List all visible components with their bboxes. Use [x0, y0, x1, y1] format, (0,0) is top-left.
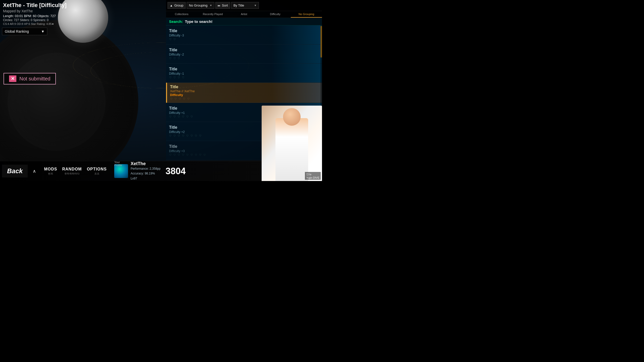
bpm-value: 60: [33, 14, 36, 18]
entry-title-minus3: Title: [169, 29, 319, 33]
song-stats-secondary: Circles: 727 Sliders: 0 Spinners: 0: [3, 18, 67, 22]
not-submitted-badge: ✕ Not submitted: [4, 73, 56, 84]
song-entry-difficulty-minus3[interactable]: Title Difficulty -3 ♡ ♡: [166, 25, 322, 44]
top-bar: ▲ Group No Grouping ▼ ⏭ Sort By Title ▼: [166, 0, 322, 11]
entry-hearts-minus2: ♡ ♡ ♡: [169, 57, 319, 60]
tab-bar: Collections Recently Played Artist Diffi…: [166, 11, 322, 18]
entry-diff-0: Difficulty: [170, 93, 319, 97]
tab-artist[interactable]: Artist: [228, 11, 260, 18]
song-entry-difficulty-minus2[interactable]: Title Difficulty -2 ♡ ♡ ♡: [166, 44, 322, 64]
tab-difficulty[interactable]: Difficulty: [260, 11, 291, 18]
not-submitted-text: Not submitted: [19, 76, 50, 82]
ranking-dropdown-container[interactable]: Global Ranking ▼: [2, 28, 47, 35]
profile-label: Your Profile: [114, 161, 128, 167]
entry-content-0: Title XetThe // XetThe Difficulty ♡ ♡ ♡ …: [167, 83, 322, 103]
sort-selected-value: By Title: [233, 4, 244, 7]
entry-diff-minus1: Difficulty -1: [169, 72, 319, 75]
ranking-chevron-icon: ▼: [41, 29, 45, 33]
girl-name-tag: 안뉴 Yujin DIVE: [305, 172, 321, 180]
mods-sub: 번외: [48, 172, 53, 175]
group-selected-value: No Grouping: [189, 4, 208, 7]
search-label: Search:: [169, 19, 183, 24]
sort-dropdown[interactable]: By Title ▼: [231, 2, 259, 9]
options-sub: 조조: [94, 172, 99, 175]
sort-chevron-icon: ▼: [254, 4, 257, 7]
entry-content-minus2: Title Difficulty -2 ♡ ♡ ♡: [166, 44, 322, 63]
search-placeholder: Type to search!: [185, 19, 213, 24]
entry-author-0: XetThe // XetThe: [170, 89, 319, 93]
nav-up-button[interactable]: ∧: [30, 166, 39, 176]
profile-pp-number: 3804: [166, 166, 186, 176]
spinners-value: 0: [47, 18, 49, 22]
song-stats-main: Length: 03:01 BPM: 60 Objects: 727: [3, 14, 67, 18]
back-button[interactable]: Back: [2, 165, 28, 177]
ranking-selected: Global Ranking: [5, 29, 29, 33]
tab-collections[interactable]: Collections: [166, 11, 197, 18]
objects-label: Objects:: [37, 14, 50, 18]
bpm-label: BPM:: [24, 14, 33, 18]
profile-performance: Performance: 2,358pp: [131, 166, 160, 171]
profile-wrapper: Your Profile: [114, 164, 128, 178]
entry-diff-minus2: Difficulty -2: [169, 53, 319, 56]
song-entry-difficulty-minus1[interactable]: Title Difficulty -1 ♡ ♡ ♡ ♡: [166, 64, 322, 83]
ranking-dropdown-box[interactable]: Global Ranking ▼: [2, 28, 47, 35]
tab-no-grouping[interactable]: No Grouping: [291, 11, 322, 18]
group-button[interactable]: ▲ Group: [168, 2, 186, 9]
sort-button[interactable]: ⏭ Sort: [215, 2, 230, 9]
circles-label: Circles:: [3, 18, 14, 22]
objects-value: 727: [50, 14, 56, 18]
spinners-label: Spinners:: [33, 18, 47, 22]
sliders-label: Sliders:: [20, 18, 31, 22]
entry-title-0: Title: [170, 85, 319, 89]
tab-recently-played[interactable]: Recently Played: [197, 11, 228, 18]
song-entry-difficulty-0[interactable]: Title XetThe // XetThe Difficulty ♡ ♡ ♡ …: [166, 83, 322, 103]
profile-accuracy: Accuracy: 98.19%: [131, 171, 160, 176]
length-value: 03:01: [15, 14, 23, 18]
length-label: Length:: [3, 14, 15, 18]
group-chevron-icon: ▼: [210, 4, 212, 7]
random-sub: 유하위하마다: [64, 172, 79, 175]
profile-section: Your Profile XetThe Performance: 2,358pp…: [114, 161, 186, 181]
profile-level: Lv97: [131, 176, 160, 181]
random-button[interactable]: RANDOM 유하위하마다: [62, 167, 82, 175]
mods-label: MODS: [44, 167, 57, 171]
cs-value: 4: [8, 22, 9, 25]
entry-content-minus1: Title Difficulty -1 ♡ ♡ ♡ ♡: [166, 64, 322, 82]
group-dropdown[interactable]: No Grouping ▼: [187, 2, 214, 9]
entry-hearts-minus3: ♡ ♡: [169, 38, 319, 41]
hp-value: 6: [29, 22, 30, 25]
profile-username: XetThe: [131, 161, 160, 166]
song-cs-stats: CS:4 AR:9 OD:8 HP:6 Star Rating: 4.85★: [3, 22, 67, 26]
group-label: Group: [174, 4, 183, 7]
mods-button[interactable]: MODS 번외: [44, 167, 57, 175]
song-info-panel: XetThe - Title [Difficulty] Mapped by Xe…: [0, 0, 70, 28]
sort-label: Sort: [222, 4, 228, 7]
star-value: 4.85: [46, 22, 52, 25]
random-label: RANDOM: [62, 167, 82, 171]
sliders-value: 0: [31, 18, 32, 22]
options-button[interactable]: OPTIONS 조조: [87, 167, 107, 175]
entry-content-minus3: Title Difficulty -3 ♡ ♡: [166, 25, 322, 44]
song-title: XetThe - Title [Difficulty]: [3, 2, 67, 9]
entry-hearts-0: ♡ ♡ ♡ ♡ ♡: [170, 97, 319, 101]
search-bar: Search: Type to search!: [166, 18, 322, 25]
bottom-actions: MODS 번외 RANDOM 유하위하마다 OPTIONS 조조: [44, 167, 107, 175]
od-value: 8: [22, 22, 23, 25]
scroll-thumb: [320, 26, 322, 58]
entry-diff-minus3: Difficulty -3: [169, 34, 319, 37]
profile-info: XetThe Performance: 2,358pp Accuracy: 98…: [131, 161, 160, 181]
entry-title-minus2: Title: [169, 48, 319, 52]
options-label: OPTIONS: [87, 167, 107, 171]
ar-value: 9: [14, 22, 16, 25]
entry-title-minus1: Title: [169, 67, 319, 71]
entry-hearts-minus1: ♡ ♡ ♡ ♡: [169, 76, 319, 79]
girl-image-panel: 안뉴 Yujin DIVE: [262, 106, 322, 181]
song-mapper: Mapped by XetThe: [3, 9, 67, 13]
not-submitted-x-icon: ✕: [9, 75, 16, 82]
group-triangle-icon: ▲: [170, 4, 173, 7]
sort-skip-icon: ⏭: [218, 4, 220, 7]
circles-value: 727: [14, 18, 19, 22]
